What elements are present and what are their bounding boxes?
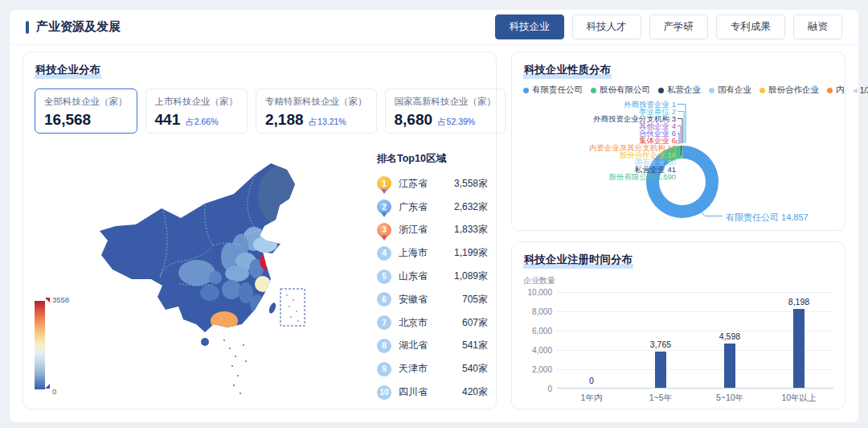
header-title-group: 产业资源及发展 bbox=[26, 19, 121, 35]
region-value: 705家 bbox=[462, 293, 488, 307]
stat-card-label: 专精特新科技企业（家） bbox=[265, 96, 367, 108]
region-value: 420家 bbox=[462, 385, 488, 399]
legend-label: 私营企业 bbox=[667, 84, 701, 96]
stat-card-value: 16,568 bbox=[44, 111, 91, 129]
stat-card-label: 全部科技企业（家） bbox=[44, 96, 128, 108]
bar-value: 4,598 bbox=[719, 331, 740, 341]
top10-row[interactable]: 7北京市607家 bbox=[377, 311, 488, 335]
pager-prev-icon[interactable]: ◀ bbox=[853, 87, 858, 94]
legend-label: 股份合作企业 bbox=[768, 84, 819, 96]
top10-row[interactable]: 8湖北省541家 bbox=[377, 335, 488, 358]
stat-card-national-hightech[interactable]: 国家高新科技企业（家） 8,680占52.39% bbox=[385, 88, 506, 134]
stat-card-label: 国家高新科技企业（家） bbox=[395, 96, 497, 108]
legend-label: 有限责任公司 bbox=[532, 84, 583, 96]
stat-card-share: 占52.39% bbox=[438, 117, 475, 128]
legend-item[interactable]: 私营企业 bbox=[658, 84, 701, 96]
page-title: 产业资源及发展 bbox=[36, 19, 121, 35]
region-value: 3,558家 bbox=[454, 177, 488, 191]
legend-label: 股份有限公司 bbox=[600, 84, 650, 96]
nature-panel-title: 科技企业性质分布 bbox=[523, 63, 612, 79]
main-card: 产业资源及发展 科技企业 科技人才 产学研 专利成果 融资 科技企业分布 全部科… bbox=[10, 10, 858, 422]
bar[interactable] bbox=[724, 344, 735, 388]
donut-label: 事业单位 2 bbox=[639, 108, 676, 115]
top10-row[interactable]: 1江苏省3,558家 bbox=[377, 172, 488, 195]
region-value: 540家 bbox=[462, 362, 488, 376]
region-name: 北京市 bbox=[399, 316, 462, 330]
rank-badge: 8 bbox=[377, 339, 391, 353]
legend-dot bbox=[591, 88, 596, 93]
bar-column[interactable]: 4,598 5~10年 bbox=[695, 292, 764, 388]
bar-category: 1~5年 bbox=[649, 393, 672, 404]
bar-category: 10年以上 bbox=[781, 393, 816, 404]
legend-item[interactable]: 内 bbox=[827, 84, 845, 96]
bar-column[interactable]: 0 1年内 bbox=[557, 292, 626, 388]
rank-badge: 4 bbox=[377, 246, 391, 261]
tab-tech-talent[interactable]: 科技人才 bbox=[572, 14, 641, 39]
scale-max-label: 3558 bbox=[52, 295, 69, 304]
legend-item[interactable]: 有限责任公司 bbox=[523, 84, 583, 96]
stat-card-listed[interactable]: 上市科技企业（家） 441占2.66% bbox=[145, 88, 248, 134]
scale-max-handle[interactable] bbox=[45, 298, 50, 302]
top10-list: 1江苏省3,558家 2广东省2,632家 3浙江省1,833家 4上海市1,1… bbox=[377, 172, 488, 404]
y-tick: 2,000 bbox=[517, 365, 552, 374]
china-map-svg bbox=[83, 150, 374, 406]
scale-min-handle[interactable] bbox=[45, 384, 50, 389]
color-gradient-bar bbox=[35, 301, 45, 389]
region-name: 四川省 bbox=[399, 385, 462, 399]
stat-card-share: 占2.66% bbox=[186, 117, 218, 128]
bar[interactable] bbox=[793, 309, 805, 388]
legend-label: 国有企业 bbox=[718, 84, 751, 96]
region-name: 上海市 bbox=[399, 246, 454, 260]
title-accent-bar bbox=[26, 21, 29, 34]
header: 产业资源及发展 科技企业 科技人才 产学研 专利成果 融资 bbox=[10, 10, 858, 45]
top10-ranking: 排名Top10区域 1江苏省3,558家 2广东省2,632家 3浙江省1,83… bbox=[377, 152, 488, 404]
nature-panel: 科技企业性质分布 有限责任公司 股份有限公司 私营企业 国有企业 股份合作企业 … bbox=[511, 51, 845, 231]
donut-label: 其他企业 4 bbox=[639, 122, 676, 130]
region-value: 2,632家 bbox=[454, 200, 488, 214]
region-name: 广东省 bbox=[399, 200, 454, 214]
region-name: 天津市 bbox=[399, 362, 462, 376]
legend-dot bbox=[709, 88, 714, 93]
medal-silver-icon: 2 bbox=[377, 200, 391, 214]
bar-column[interactable]: 8,198 10年以上 bbox=[764, 292, 833, 388]
legend-item[interactable]: 股份合作企业 bbox=[760, 84, 819, 96]
distribution-panel: 科技企业分布 全部科技企业（家） 16,568 上市科技企业（家） 441占2.… bbox=[23, 51, 497, 409]
top10-row[interactable]: 4上海市1,199家 bbox=[377, 241, 488, 265]
top10-title: 排名Top10区域 bbox=[377, 152, 488, 166]
dashboard: 产业资源及发展 科技企业 科技人才 产学研 专利成果 融资 科技企业分布 全部科… bbox=[0, 0, 868, 428]
donut-main-label: 有限责任公司 14,857 bbox=[726, 212, 809, 224]
top10-row[interactable]: 6安徽省705家 bbox=[377, 288, 488, 311]
bar-chart-plot: 10,000 8,000 6,000 4,000 2,000 0 0 1年内 3… bbox=[557, 292, 833, 389]
bar-category: 5~10年 bbox=[716, 393, 743, 404]
tab-patent-results[interactable]: 专利成果 bbox=[716, 14, 785, 39]
legend-item[interactable]: 股份有限公司 bbox=[591, 84, 650, 96]
legend-item[interactable]: 国有企业 bbox=[709, 84, 751, 96]
top10-row[interactable]: 3浙江省1,833家 bbox=[377, 219, 488, 242]
map-color-scale[interactable]: 3558 0 bbox=[35, 294, 86, 398]
tab-industry-academia[interactable]: 产学研 bbox=[649, 14, 709, 39]
donut-label: 外商投资企业 1 bbox=[624, 101, 676, 108]
donut-chart[interactable] bbox=[646, 146, 719, 218]
rank-badge: 9 bbox=[377, 362, 391, 377]
bar-value: 0 bbox=[589, 376, 594, 385]
top10-row[interactable]: 9天津市540家 bbox=[377, 357, 488, 381]
china-choropleth-map[interactable] bbox=[83, 150, 374, 406]
legend-dot bbox=[658, 88, 664, 93]
bar[interactable] bbox=[655, 352, 666, 388]
tab-tech-enterprise[interactable]: 科技企业 bbox=[495, 14, 564, 39]
stat-card-specialized[interactable]: 专精特新科技企业（家） 2,188占13.21% bbox=[256, 88, 377, 134]
top10-row[interactable]: 10四川省420家 bbox=[377, 381, 488, 404]
scale-min-label: 0 bbox=[52, 387, 56, 396]
tab-financing[interactable]: 融资 bbox=[793, 14, 842, 39]
bar-column[interactable]: 3,765 1~5年 bbox=[626, 292, 695, 388]
top10-row[interactable]: 5山东省1,089家 bbox=[377, 265, 488, 288]
legend-dot bbox=[523, 88, 529, 93]
y-tick: 6,000 bbox=[517, 327, 552, 335]
region-name: 安徽省 bbox=[399, 293, 462, 307]
top10-row[interactable]: 2广东省2,632家 bbox=[377, 195, 488, 219]
region-name: 湖北省 bbox=[399, 339, 462, 352]
stat-card-all[interactable]: 全部科技企业（家） 16,568 bbox=[35, 88, 137, 134]
region-value: 541家 bbox=[462, 339, 488, 352]
rank-badge: 6 bbox=[377, 292, 391, 307]
bar-category: 1年内 bbox=[581, 393, 603, 404]
